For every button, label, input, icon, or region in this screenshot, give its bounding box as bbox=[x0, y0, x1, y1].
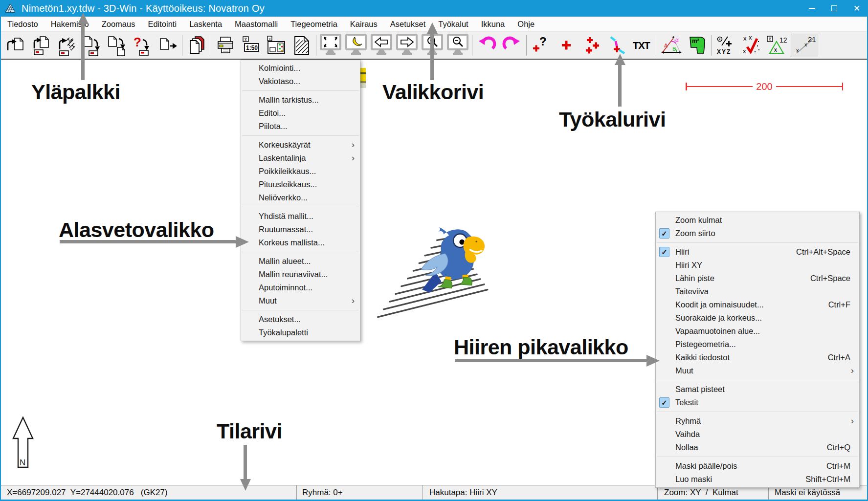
ctx-item-vapaamuotoinen[interactable]: Vapaamuotoinen alue... bbox=[656, 325, 859, 338]
x-glyph: x bbox=[743, 47, 746, 55]
menu-item-laskentalinja[interactable]: Laskentalinja› bbox=[241, 152, 360, 165]
zoom-extents-button[interactable] bbox=[319, 34, 342, 57]
add-text-button[interactable]: TXT bbox=[631, 34, 654, 57]
xbox-glyph: x bbox=[245, 37, 247, 42]
scale-bar-line bbox=[687, 86, 753, 87]
menu-ohje[interactable]: Ohje bbox=[511, 17, 541, 31]
annotation-arrow-head bbox=[240, 479, 251, 491]
ctx-item-taiteviiva[interactable]: Taiteviiva bbox=[656, 285, 859, 298]
menu-item-label: Zoom kulmat bbox=[675, 216, 722, 225]
menu-item-korkeuskayrat[interactable]: Korkeuskäyrät› bbox=[241, 138, 360, 152]
ctx-item-luo-maski[interactable]: Luo maskiShift+Ctrl+M bbox=[656, 473, 859, 486]
ctx-item-zoom-siirto[interactable]: ✓Zoom siirto bbox=[656, 227, 859, 240]
angle-calculation-button[interactable]: A B α bbox=[660, 34, 683, 57]
menu-item-muut[interactable]: Muut› bbox=[241, 294, 360, 307]
menu-item-aputoiminnot[interactable]: Aputoiminnot... bbox=[241, 281, 360, 294]
ctx-item-tekstit[interactable]: ✓Tekstit bbox=[656, 396, 859, 409]
menu-item-mallin-reunaviivat[interactable]: Mallin reunaviivat... bbox=[241, 268, 360, 281]
close-button[interactable]: ✕ bbox=[846, 0, 868, 17]
ctx-item-nollaa[interactable]: NollaaCtrl+Q bbox=[656, 441, 859, 454]
maximize-button[interactable] bbox=[823, 0, 846, 17]
menu-asetukset[interactable]: Asetukset bbox=[384, 17, 432, 31]
add-point-button[interactable] bbox=[555, 34, 578, 57]
menu-tiegeometria[interactable]: Tiegeometria bbox=[284, 17, 344, 31]
menu-kairaus[interactable]: Kairaus bbox=[344, 17, 384, 31]
ctx-item-ryhma[interactable]: Ryhmä› bbox=[656, 414, 859, 428]
pan-right-button[interactable] bbox=[396, 34, 418, 57]
print-button[interactable] bbox=[214, 34, 237, 57]
minimize-button[interactable] bbox=[801, 0, 823, 17]
menu-item-tyokalupaletti[interactable]: Työkalupaletti bbox=[241, 326, 360, 339]
menu-ikkuna[interactable]: Ikkuna bbox=[475, 17, 512, 31]
hatch-document-button[interactable] bbox=[290, 34, 313, 57]
undo-button[interactable] bbox=[475, 34, 498, 57]
menu-item-mallin-alueet[interactable]: Mallin alueet... bbox=[241, 255, 360, 268]
window-title: Nimetön1.xy.tdw - 3D-Win - Käyttöoikeus:… bbox=[22, 3, 265, 14]
open-file-button[interactable] bbox=[4, 34, 26, 57]
menu-item-asetukset[interactable]: Asetukset... bbox=[241, 313, 360, 326]
triangle-count-button[interactable]: x x 12 bbox=[765, 34, 788, 57]
menu-item-pituusleikkaus[interactable]: Pituusleikkaus... bbox=[241, 178, 360, 191]
menu-item-vakiotaso[interactable]: Vakiotaso... bbox=[241, 75, 360, 88]
ctx-item-pistegeometria[interactable]: Pistegeometria... bbox=[656, 338, 859, 351]
redo-button[interactable] bbox=[501, 34, 523, 57]
menu-tiedosto[interactable]: Tiedosto bbox=[1, 17, 45, 31]
menu-item-label: Kolmiointi... bbox=[259, 64, 300, 73]
line-numbering-button[interactable]: x x 21 bbox=[791, 34, 819, 57]
export-file-icon bbox=[157, 35, 178, 56]
screen-settings-button[interactable]: x bbox=[265, 34, 288, 57]
ctx-item-vaihda[interactable]: Vaihda bbox=[656, 428, 859, 441]
shortcut-label: Shift+Ctrl+M bbox=[805, 475, 850, 484]
hatch-document-icon bbox=[291, 35, 312, 56]
north-label: N bbox=[20, 458, 25, 467]
menu-item-yhdista-mallit[interactable]: Yhdistä mallit... bbox=[241, 210, 360, 223]
menu-item-mallin-tarkistus[interactable]: Mallin tarkistus... bbox=[241, 93, 360, 107]
add-point-icon bbox=[556, 35, 576, 56]
menu-item-korkeus-mallista[interactable]: Korkeus mallista... bbox=[241, 236, 360, 249]
menu-item-editoi[interactable]: Editoi... bbox=[241, 107, 360, 120]
coordinate-tools-button[interactable]: XYZ bbox=[714, 34, 737, 57]
export-file-button[interactable] bbox=[156, 34, 179, 57]
toolbar-separator bbox=[316, 35, 316, 56]
ctx-item-lahin-piste[interactable]: Lähin pisteCtrl+Space bbox=[656, 272, 859, 285]
menu-item-piilota[interactable]: Piilota... bbox=[241, 120, 360, 133]
point-info-button[interactable]: ? bbox=[530, 34, 552, 57]
menu-maastomalli[interactable]: Maastomalli bbox=[228, 17, 284, 31]
menu-laskenta[interactable]: Laskenta bbox=[183, 17, 228, 31]
annotation-arrow-shaft bbox=[455, 359, 646, 362]
xbox-glyph: x bbox=[769, 37, 771, 42]
menu-zoomaus[interactable]: Zoomaus bbox=[95, 17, 142, 31]
point-check-button[interactable]: x x x bbox=[740, 34, 762, 57]
menu-item-label: Editoi... bbox=[259, 109, 286, 118]
open-model-button[interactable] bbox=[55, 34, 77, 57]
annotation-arrow-shaft bbox=[244, 445, 247, 480]
menu-item-kolmiointi[interactable]: Kolmiointi... bbox=[241, 62, 360, 75]
file-list-button[interactable] bbox=[185, 34, 208, 57]
zoom-out-button[interactable] bbox=[446, 34, 469, 57]
add-points-button[interactable] bbox=[580, 34, 603, 57]
menu-item-ruutumassat[interactable]: Ruutumassat... bbox=[241, 223, 360, 236]
ctx-item-kaikki-tiedostot[interactable]: Kaikki tiedostotCtrl+A bbox=[656, 351, 859, 364]
zoom-previous-button[interactable] bbox=[345, 34, 367, 57]
check-icon: ✓ bbox=[659, 228, 669, 239]
menu-tyokalut[interactable]: Työkalut bbox=[432, 17, 474, 31]
open-file-format-button[interactable] bbox=[29, 34, 52, 57]
ctx-item-suorakaide[interactable]: Suorakaide ja korkeus... bbox=[656, 311, 859, 325]
pan-left-button[interactable] bbox=[370, 34, 393, 57]
ctx-item-zoom-kulmat[interactable]: Zoom kulmat bbox=[656, 214, 859, 227]
ctx-item-koodit[interactable]: Koodit ja ominaisuudet...Ctrl+F bbox=[656, 298, 859, 311]
ctx-item-muut[interactable]: Muut› bbox=[656, 364, 859, 377]
toolbar-separator bbox=[182, 35, 182, 56]
menu-editointi[interactable]: Editointi bbox=[141, 17, 183, 31]
ctx-item-hiiri-xy[interactable]: Hiiri XY bbox=[656, 259, 859, 272]
menu-item-poikkileikkaus[interactable]: Poikkileikkaus... bbox=[241, 165, 360, 178]
menu-item-label: Ryhmä bbox=[675, 416, 701, 426]
ctx-item-samat-pisteet[interactable]: Samat pisteet bbox=[656, 383, 859, 396]
ctx-item-maski-paalle-pois[interactable]: Maski päälle/poisCtrl+M bbox=[656, 459, 859, 473]
area-calculation-button[interactable]: m² bbox=[686, 34, 708, 57]
ctx-item-hiiri[interactable]: ✓HiiriCtrl+Alt+Space bbox=[656, 245, 859, 259]
save-query-button[interactable]: ? bbox=[131, 34, 154, 57]
drawing-scale-button[interactable]: x 1:50 bbox=[240, 34, 262, 57]
save-file-as-button[interactable] bbox=[106, 34, 128, 57]
menu-item-nelioverkko[interactable]: Neliöverkko... bbox=[241, 191, 360, 204]
